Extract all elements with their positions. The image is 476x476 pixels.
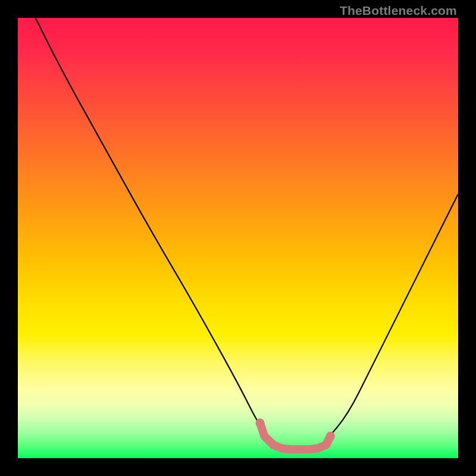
marker-endpoint bbox=[256, 418, 265, 427]
plot-area bbox=[18, 18, 458, 458]
chart-container: TheBottleneck.com bbox=[0, 0, 476, 476]
flat-region-marker bbox=[260, 423, 330, 449]
watermark-text: TheBottleneck.com bbox=[340, 4, 457, 18]
bottleneck-curve bbox=[36, 18, 458, 449]
marker-endpoint bbox=[326, 432, 335, 441]
curve-svg bbox=[18, 18, 458, 458]
